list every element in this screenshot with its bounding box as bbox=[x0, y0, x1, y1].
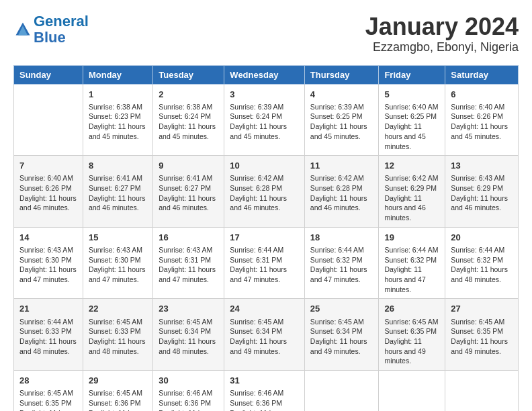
day-number: 30 bbox=[159, 375, 218, 387]
week-row-4: 21Sunrise: 6:44 AMSunset: 6:33 PMDayligh… bbox=[14, 299, 519, 371]
calendar-cell: 14Sunrise: 6:43 AMSunset: 6:30 PMDayligh… bbox=[14, 227, 83, 299]
calendar-cell: 31Sunrise: 6:46 AMSunset: 6:36 PMDayligh… bbox=[224, 371, 305, 411]
day-number: 20 bbox=[451, 232, 513, 244]
day-number: 10 bbox=[230, 160, 299, 172]
calendar-cell: 26Sunrise: 6:45 AMSunset: 6:35 PMDayligh… bbox=[379, 299, 445, 371]
logo-text: General Blue bbox=[34, 13, 89, 46]
calendar-cell: 3Sunrise: 6:39 AMSunset: 6:24 PMDaylight… bbox=[224, 84, 305, 156]
day-number: 27 bbox=[451, 303, 513, 315]
title-block: January 2024 Ezzamgbo, Ebonyi, Nigeria bbox=[365, 13, 519, 54]
day-number: 25 bbox=[310, 303, 373, 315]
cell-info: Sunrise: 6:44 AMSunset: 6:33 PMDaylight:… bbox=[19, 317, 77, 357]
calendar-cell: 12Sunrise: 6:42 AMSunset: 6:29 PMDayligh… bbox=[379, 156, 445, 228]
calendar-cell: 28Sunrise: 6:45 AMSunset: 6:35 PMDayligh… bbox=[14, 371, 83, 411]
week-row-1: 1Sunrise: 6:38 AMSunset: 6:23 PMDaylight… bbox=[14, 84, 519, 156]
calendar-cell: 7Sunrise: 6:40 AMSunset: 6:26 PMDaylight… bbox=[14, 156, 83, 228]
calendar-subtitle: Ezzamgbo, Ebonyi, Nigeria bbox=[365, 40, 519, 54]
calendar-cell: 6Sunrise: 6:40 AMSunset: 6:26 PMDaylight… bbox=[445, 84, 519, 156]
cell-info: Sunrise: 6:46 AMSunset: 6:36 PMDaylight:… bbox=[159, 388, 218, 411]
calendar-cell: 11Sunrise: 6:42 AMSunset: 6:28 PMDayligh… bbox=[304, 156, 379, 228]
day-number: 5 bbox=[384, 89, 439, 101]
calendar-table: SundayMondayTuesdayWednesdayThursdayFrid… bbox=[13, 65, 519, 411]
cell-info: Sunrise: 6:45 AMSunset: 6:34 PMDaylight:… bbox=[159, 317, 218, 357]
calendar-cell: 18Sunrise: 6:44 AMSunset: 6:32 PMDayligh… bbox=[304, 227, 379, 299]
calendar-cell: 1Sunrise: 6:38 AMSunset: 6:23 PMDaylight… bbox=[83, 84, 152, 156]
day-number: 15 bbox=[89, 232, 147, 244]
cell-info: Sunrise: 6:40 AMSunset: 6:25 PMDaylight:… bbox=[384, 102, 439, 151]
cell-info: Sunrise: 6:45 AMSunset: 6:34 PMDaylight:… bbox=[310, 317, 373, 357]
logo-line2: Blue bbox=[34, 29, 66, 46]
day-number: 7 bbox=[19, 160, 77, 172]
calendar-cell: 29Sunrise: 6:45 AMSunset: 6:36 PMDayligh… bbox=[83, 371, 152, 411]
day-number: 8 bbox=[89, 160, 147, 172]
header-day-sunday: Sunday bbox=[14, 65, 83, 84]
calendar-cell: 27Sunrise: 6:45 AMSunset: 6:35 PMDayligh… bbox=[445, 299, 519, 371]
cell-info: Sunrise: 6:45 AMSunset: 6:33 PMDaylight:… bbox=[89, 317, 147, 357]
week-row-2: 7Sunrise: 6:40 AMSunset: 6:26 PMDaylight… bbox=[14, 156, 519, 228]
day-number: 22 bbox=[89, 303, 147, 315]
cell-info: Sunrise: 6:45 AMSunset: 6:34 PMDaylight:… bbox=[230, 317, 299, 357]
day-number: 3 bbox=[230, 89, 299, 101]
calendar-cell: 5Sunrise: 6:40 AMSunset: 6:25 PMDaylight… bbox=[379, 84, 445, 156]
calendar-cell: 13Sunrise: 6:43 AMSunset: 6:29 PMDayligh… bbox=[445, 156, 519, 228]
calendar-cell: 24Sunrise: 6:45 AMSunset: 6:34 PMDayligh… bbox=[224, 299, 305, 371]
calendar-cell: 23Sunrise: 6:45 AMSunset: 6:34 PMDayligh… bbox=[153, 299, 224, 371]
day-number: 17 bbox=[230, 232, 299, 244]
cell-info: Sunrise: 6:44 AMSunset: 6:31 PMDaylight:… bbox=[230, 245, 299, 285]
cell-info: Sunrise: 6:41 AMSunset: 6:27 PMDaylight:… bbox=[89, 173, 147, 213]
calendar-cell: 17Sunrise: 6:44 AMSunset: 6:31 PMDayligh… bbox=[224, 227, 305, 299]
calendar-cell: 2Sunrise: 6:38 AMSunset: 6:24 PMDaylight… bbox=[153, 84, 224, 156]
cell-info: Sunrise: 6:43 AMSunset: 6:30 PMDaylight:… bbox=[89, 245, 147, 285]
cell-info: Sunrise: 6:43 AMSunset: 6:31 PMDaylight:… bbox=[159, 245, 218, 285]
day-number: 23 bbox=[159, 303, 218, 315]
cell-info: Sunrise: 6:41 AMSunset: 6:27 PMDaylight:… bbox=[159, 173, 218, 213]
calendar-cell: 25Sunrise: 6:45 AMSunset: 6:34 PMDayligh… bbox=[304, 299, 379, 371]
day-number: 28 bbox=[19, 375, 77, 387]
header-day-friday: Friday bbox=[379, 65, 445, 84]
day-number: 11 bbox=[310, 160, 373, 172]
calendar-cell: 21Sunrise: 6:44 AMSunset: 6:33 PMDayligh… bbox=[14, 299, 83, 371]
day-number: 12 bbox=[384, 160, 439, 172]
calendar-cell: 30Sunrise: 6:46 AMSunset: 6:36 PMDayligh… bbox=[153, 371, 224, 411]
day-number: 21 bbox=[19, 303, 77, 315]
calendar-title: January 2024 bbox=[365, 13, 519, 40]
day-number: 13 bbox=[451, 160, 513, 172]
header-day-monday: Monday bbox=[83, 65, 152, 84]
cell-info: Sunrise: 6:45 AMSunset: 6:35 PMDaylight:… bbox=[384, 317, 439, 366]
calendar-cell: 9Sunrise: 6:41 AMSunset: 6:27 PMDaylight… bbox=[153, 156, 224, 228]
day-number: 6 bbox=[451, 89, 513, 101]
logo: General Blue bbox=[13, 13, 89, 46]
header-day-thursday: Thursday bbox=[304, 65, 379, 84]
header-day-tuesday: Tuesday bbox=[153, 65, 224, 84]
day-number: 24 bbox=[230, 303, 299, 315]
cell-info: Sunrise: 6:38 AMSunset: 6:23 PMDaylight:… bbox=[89, 102, 147, 142]
calendar-cell bbox=[304, 371, 379, 411]
cell-info: Sunrise: 6:40 AMSunset: 6:26 PMDaylight:… bbox=[19, 173, 77, 213]
header-day-wednesday: Wednesday bbox=[224, 65, 305, 84]
day-number: 1 bbox=[89, 89, 147, 101]
day-number: 29 bbox=[89, 375, 147, 387]
cell-info: Sunrise: 6:44 AMSunset: 6:32 PMDaylight:… bbox=[384, 245, 439, 294]
cell-info: Sunrise: 6:42 AMSunset: 6:28 PMDaylight:… bbox=[230, 173, 299, 213]
cell-info: Sunrise: 6:44 AMSunset: 6:32 PMDaylight:… bbox=[451, 245, 513, 285]
cell-info: Sunrise: 6:43 AMSunset: 6:30 PMDaylight:… bbox=[19, 245, 77, 285]
day-number: 18 bbox=[310, 232, 373, 244]
calendar-cell: 4Sunrise: 6:39 AMSunset: 6:25 PMDaylight… bbox=[304, 84, 379, 156]
cell-info: Sunrise: 6:46 AMSunset: 6:36 PMDaylight:… bbox=[230, 388, 299, 411]
day-number: 31 bbox=[230, 375, 299, 387]
calendar-cell: 19Sunrise: 6:44 AMSunset: 6:32 PMDayligh… bbox=[379, 227, 445, 299]
cell-info: Sunrise: 6:45 AMSunset: 6:35 PMDaylight:… bbox=[451, 317, 513, 357]
week-row-5: 28Sunrise: 6:45 AMSunset: 6:35 PMDayligh… bbox=[14, 371, 519, 411]
calendar-cell bbox=[14, 84, 83, 156]
cell-info: Sunrise: 6:40 AMSunset: 6:26 PMDaylight:… bbox=[451, 102, 513, 142]
week-row-3: 14Sunrise: 6:43 AMSunset: 6:30 PMDayligh… bbox=[14, 227, 519, 299]
calendar-cell bbox=[379, 371, 445, 411]
cell-info: Sunrise: 6:43 AMSunset: 6:29 PMDaylight:… bbox=[451, 173, 513, 213]
calendar-cell: 20Sunrise: 6:44 AMSunset: 6:32 PMDayligh… bbox=[445, 227, 519, 299]
day-number: 2 bbox=[159, 89, 218, 101]
logo-icon bbox=[13, 20, 32, 39]
day-number: 16 bbox=[159, 232, 218, 244]
calendar-cell bbox=[445, 371, 519, 411]
cell-info: Sunrise: 6:44 AMSunset: 6:32 PMDaylight:… bbox=[310, 245, 373, 285]
calendar-cell: 16Sunrise: 6:43 AMSunset: 6:31 PMDayligh… bbox=[153, 227, 224, 299]
